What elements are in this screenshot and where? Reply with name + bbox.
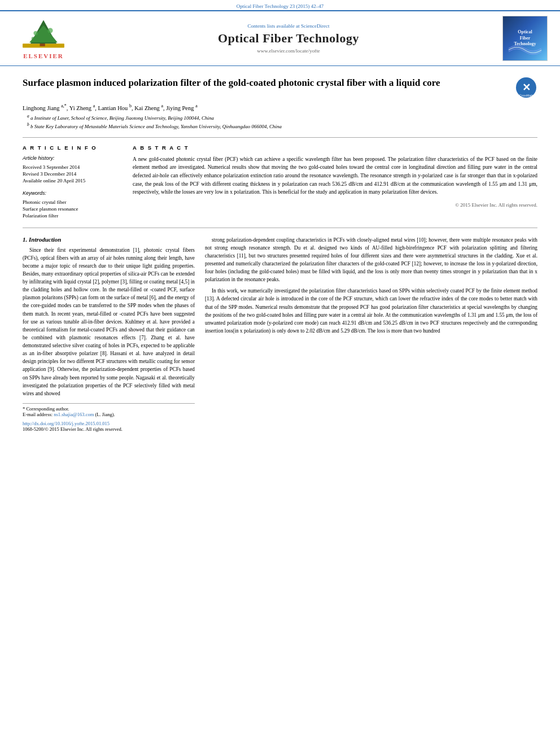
science-direct-label: Contents lists available at xyxy=(248,23,300,29)
keyword-2: Surface plasmon resonance xyxy=(23,206,121,212)
elsevier-tree-icon xyxy=(18,18,69,51)
crossmark-icon[interactable]: ✕ CrossMark xyxy=(515,76,537,99)
author-sup-b: b xyxy=(129,103,132,108)
introduction-heading: 1. Introduction xyxy=(23,236,195,243)
keyword-1: Photonic crystal fiber xyxy=(23,199,121,205)
article-title-section: Surface plasmon induced polarization fil… xyxy=(23,76,537,99)
journal-ref-text: Optical Fiber Technology 23 (2015) 42–47 xyxy=(237,3,323,9)
abstract-text: A new gold-coated photonic crystal fiber… xyxy=(133,155,537,197)
affil-sup-a: a xyxy=(27,113,29,119)
article-info-heading: A R T I C L E I N F O xyxy=(23,145,121,151)
author-sup-a4: a xyxy=(195,103,198,108)
abstract-heading: A B S T R A C T xyxy=(133,145,537,151)
revised-date: Revised 3 December 2014 xyxy=(23,171,121,177)
elsevier-brand-text: ELSEVIER xyxy=(23,53,64,59)
email-note: E-mail address: ns1.shajia@163.com (L. J… xyxy=(23,412,195,417)
doi-link[interactable]: http://dx.doi.org/10.1016/j.yofte.2015.0… xyxy=(23,421,110,426)
abstract-section: A B S T R A C T A new gold-coated photon… xyxy=(133,145,537,220)
keyword-3: Polarization filter xyxy=(23,213,121,219)
right-column: strong polarization-dependent coupling c… xyxy=(205,236,537,432)
history-label: Article history: xyxy=(23,155,121,161)
footnote-section: * Corresponding author. E-mail address: … xyxy=(23,403,195,432)
journal-name: Optical Fiber Technology xyxy=(80,31,497,46)
corresponding-author-note: * Corresponding author. xyxy=(23,406,195,412)
issn-line: 1068-5200/© 2015 Elsevier Inc. All right… xyxy=(23,426,195,432)
article-info-column: A R T I C L E I N F O Article history: R… xyxy=(23,145,121,220)
section-divider xyxy=(23,228,537,228)
affil-b-text: b State Key Laboratory of Metastable Mat… xyxy=(30,124,282,129)
right-col-text: strong polarization-dependent coupling c… xyxy=(205,236,537,335)
article-title: Surface plasmon induced polarization fil… xyxy=(23,76,509,90)
svg-text:CrossMark: CrossMark xyxy=(519,94,533,97)
authors-line: Linghong Jiang a,*, Yi Zheng a, Lantian … xyxy=(23,103,537,111)
elsevier-logo: ELSEVIER xyxy=(7,18,80,59)
keywords-label: Keywords: xyxy=(23,190,121,196)
affiliation-b: b b State Key Laboratory of Metastable M… xyxy=(23,122,537,129)
received-date: Received 3 September 2014 xyxy=(23,164,121,170)
footnote-email-suffix: (L. Jiang). xyxy=(95,412,115,417)
technology-text: Technology xyxy=(514,41,536,46)
right-p1: strong polarization-dependent coupling c… xyxy=(205,236,537,284)
intro-p1-text: Since their first experimental demonstra… xyxy=(23,246,195,397)
journal-url: www.elsevier.com/locate/yofte xyxy=(80,48,497,54)
author-yi: Yi Zheng xyxy=(69,105,91,111)
available-date: Available online 20 April 2015 xyxy=(23,178,121,184)
paper-container: Surface plasmon induced polarization fil… xyxy=(0,66,560,442)
svg-point-5 xyxy=(47,28,53,33)
author-jiying: Jiying Peng xyxy=(166,105,194,111)
science-direct-link[interactable]: ScienceDirect xyxy=(301,23,329,29)
right-p2: In this work, we numerically investigate… xyxy=(205,287,537,335)
author-lantian: Lantian Hou xyxy=(98,105,128,111)
intro-paragraph-1: Since their first experimental demonstra… xyxy=(23,246,195,397)
keywords-section: Keywords: Photonic crystal fiber Surface… xyxy=(23,190,121,219)
cover-thumbnail: OpticalFiber Technology xyxy=(502,16,548,61)
footnote-corresponding: * Corresponding author. xyxy=(23,406,69,412)
journal-title-block: Contents lists available at ScienceDirec… xyxy=(80,23,497,54)
copyright-notice: © 2015 Elsevier Inc. All rights reserved… xyxy=(133,202,537,208)
journal-reference: Optical Fiber Technology 23 (2015) 42–47 xyxy=(0,0,560,10)
cover-title-text: OpticalFiber Technology xyxy=(514,29,536,47)
main-content-block: A R T I C L E I N F O Article history: R… xyxy=(23,137,537,220)
author-sup-a2: a xyxy=(93,103,95,108)
affil-sup-b: b xyxy=(27,122,29,127)
journal-header: ELSEVIER Contents lists available at Sci… xyxy=(0,10,560,66)
svg-marker-3 xyxy=(29,25,58,42)
body-two-column: 1. Introduction Since their first experi… xyxy=(23,236,537,432)
journal-cover-image: OpticalFiber Technology xyxy=(497,16,553,61)
left-column: 1. Introduction Since their first experi… xyxy=(23,236,195,432)
author-sup-a3: a xyxy=(161,103,163,108)
optical-fiber-text: OpticalFiber xyxy=(518,29,532,40)
author-linghong: Linghong Jiang xyxy=(23,105,60,111)
doi-line: http://dx.doi.org/10.1016/j.yofte.2015.0… xyxy=(23,421,195,426)
footnote-email-label: E-mail address: xyxy=(23,412,53,417)
issn-text: 1068-5200/© 2015 Elsevier Inc. All right… xyxy=(23,426,123,432)
publisher-logo: ELSEVIER xyxy=(7,18,80,59)
author-kai: Kai Zheng xyxy=(134,105,160,111)
author-sup-a1: a,* xyxy=(61,103,67,108)
email-link[interactable]: ns1.shajia@163.com xyxy=(54,412,94,417)
affiliation-a: a a Institute of Laser, School of Scienc… xyxy=(23,113,537,121)
affil-a-text: a Institute of Laser, School of Science,… xyxy=(30,115,214,121)
science-direct-text: Contents lists available at ScienceDirec… xyxy=(80,23,497,29)
svg-point-4 xyxy=(33,31,37,35)
svg-point-6 xyxy=(32,37,35,40)
svg-text:✕: ✕ xyxy=(522,82,531,93)
